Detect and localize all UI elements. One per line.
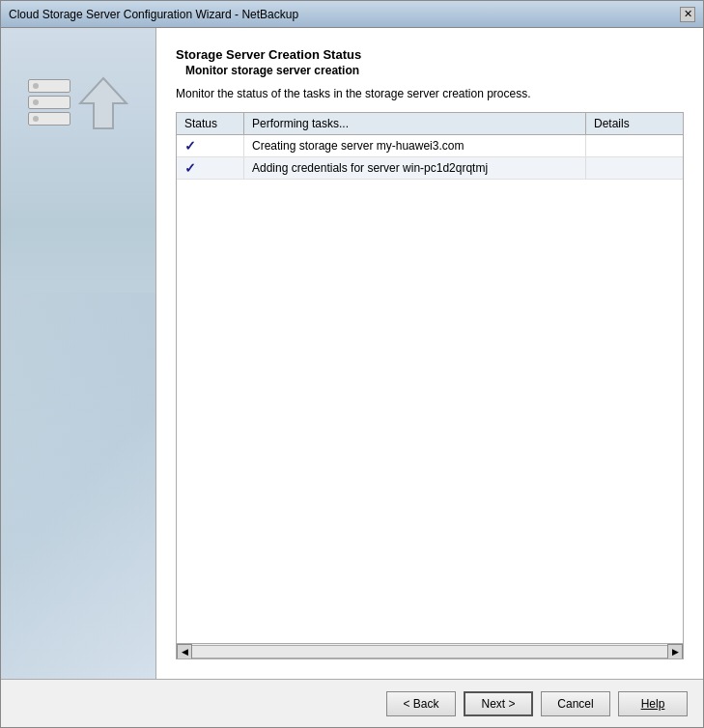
table-header: Status Performing tasks... Details bbox=[177, 113, 683, 135]
header-status: Status bbox=[177, 113, 244, 134]
checkmark-icon-1: ✓ bbox=[184, 138, 196, 154]
disk-1 bbox=[28, 79, 70, 93]
svg-marker-0 bbox=[80, 78, 127, 128]
task-table: Status Performing tasks... Details ✓ Cre… bbox=[176, 112, 684, 659]
window-title: Cloud Storage Server Configuration Wizar… bbox=[9, 8, 298, 21]
page-subtitle: Monitor storage server creation bbox=[185, 64, 684, 77]
page-title: Storage Server Creation Status bbox=[176, 47, 684, 62]
close-button[interactable]: ✕ bbox=[680, 7, 695, 22]
scroll-right-button[interactable]: ▶ bbox=[667, 644, 683, 659]
content-area: Storage Server Creation Status Monitor s… bbox=[1, 28, 703, 679]
disk-3 bbox=[28, 112, 70, 126]
table-row: ✓ Adding credentials for server win-pc1d… bbox=[177, 157, 683, 180]
left-panel bbox=[1, 28, 155, 679]
right-panel: Storage Server Creation Status Monitor s… bbox=[155, 28, 703, 679]
back-button[interactable]: < Back bbox=[386, 691, 456, 716]
header-tasks: Performing tasks... bbox=[244, 113, 586, 134]
row1-task: Creating storage server my-huawei3.com bbox=[244, 135, 586, 156]
left-panel-icons bbox=[28, 76, 128, 130]
row2-status: ✓ bbox=[177, 157, 244, 179]
wizard-window: Cloud Storage Server Configuration Wizar… bbox=[0, 0, 704, 728]
cancel-button[interactable]: Cancel bbox=[541, 691, 610, 716]
help-button[interactable]: Help bbox=[618, 691, 688, 716]
scrollbar-track[interactable] bbox=[192, 645, 667, 658]
row1-status: ✓ bbox=[177, 135, 244, 156]
next-button[interactable]: Next > bbox=[464, 691, 533, 716]
server-icon bbox=[28, 79, 70, 127]
disk-2 bbox=[28, 96, 70, 109]
row2-details bbox=[586, 157, 683, 179]
arrow-icon bbox=[78, 76, 128, 130]
row2-task: Adding credentials for server win-pc1d2q… bbox=[244, 157, 586, 179]
horizontal-scrollbar[interactable]: ◀ ▶ bbox=[177, 643, 683, 658]
header-details: Details bbox=[586, 113, 683, 134]
table-row: ✓ Creating storage server my-huawei3.com bbox=[177, 135, 683, 157]
left-panel-background bbox=[1, 293, 155, 679]
checkmark-icon-2: ✓ bbox=[184, 160, 196, 176]
title-bar: Cloud Storage Server Configuration Wizar… bbox=[1, 1, 703, 28]
row1-details bbox=[586, 135, 683, 156]
help-label: Help bbox=[641, 697, 665, 711]
table-body: ✓ Creating storage server my-huawei3.com… bbox=[177, 135, 683, 643]
footer-bar: < Back Next > Cancel Help bbox=[1, 679, 703, 727]
page-description: Monitor the status of the tasks in the s… bbox=[176, 87, 684, 100]
scroll-left-button[interactable]: ◀ bbox=[177, 644, 192, 659]
